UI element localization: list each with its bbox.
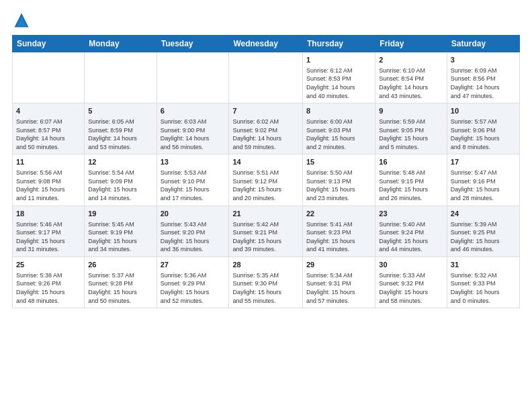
calendar-cell: 9Sunrise: 5:59 AM Sunset: 9:05 PM Daylig… [375, 103, 447, 154]
calendar-cell [85, 52, 157, 103]
day-number: 26 [88, 260, 152, 270]
day-number: 31 [451, 260, 516, 270]
calendar-cell: 21Sunrise: 5:42 AM Sunset: 9:21 PM Dayli… [229, 205, 303, 257]
day-number: 16 [379, 157, 443, 167]
day-info: Sunrise: 5:32 AM Sunset: 9:33 PM Dayligh… [451, 271, 516, 305]
calendar-cell: 6Sunrise: 6:03 AM Sunset: 9:00 PM Daylig… [157, 103, 229, 154]
calendar-week-4: 18Sunrise: 5:46 AM Sunset: 9:17 PM Dayli… [13, 205, 520, 257]
calendar-cell: 22Sunrise: 5:41 AM Sunset: 9:23 PM Dayli… [303, 205, 375, 257]
day-info: Sunrise: 5:59 AM Sunset: 9:05 PM Dayligh… [379, 118, 443, 151]
calendar-cell: 11Sunrise: 5:56 AM Sunset: 9:08 PM Dayli… [13, 154, 85, 205]
day-number: 8 [306, 106, 371, 116]
calendar-cell: 15Sunrise: 5:50 AM Sunset: 9:13 PM Dayli… [303, 154, 375, 205]
calendar-cell: 13Sunrise: 5:53 AM Sunset: 9:10 PM Dayli… [157, 154, 229, 205]
day-info: Sunrise: 5:38 AM Sunset: 9:26 PM Dayligh… [16, 271, 81, 305]
day-number: 11 [16, 157, 81, 167]
calendar-cell: 17Sunrise: 5:47 AM Sunset: 9:16 PM Dayli… [447, 154, 519, 205]
day-number: 9 [379, 106, 443, 116]
day-number: 1 [306, 55, 371, 65]
day-number: 4 [16, 106, 81, 116]
day-info: Sunrise: 5:46 AM Sunset: 9:17 PM Dayligh… [16, 220, 81, 254]
day-info: Sunrise: 6:09 AM Sunset: 8:56 PM Dayligh… [451, 66, 516, 100]
day-number: 23 [379, 209, 443, 219]
weekday-header-thursday: Thursday [303, 36, 375, 52]
day-info: Sunrise: 5:57 AM Sunset: 9:06 PM Dayligh… [451, 118, 516, 151]
day-number: 24 [451, 209, 516, 219]
weekday-header-tuesday: Tuesday [157, 36, 229, 52]
day-info: Sunrise: 5:53 AM Sunset: 9:10 PM Dayligh… [161, 169, 226, 202]
calendar-cell [229, 52, 303, 103]
day-number: 27 [161, 260, 226, 270]
day-number: 12 [88, 157, 152, 167]
calendar-cell: 25Sunrise: 5:38 AM Sunset: 9:26 PM Dayli… [13, 257, 85, 308]
calendar-cell: 5Sunrise: 6:05 AM Sunset: 8:59 PM Daylig… [85, 103, 157, 154]
day-info: Sunrise: 6:12 AM Sunset: 8:53 PM Dayligh… [306, 66, 371, 100]
day-info: Sunrise: 5:35 AM Sunset: 9:30 PM Dayligh… [232, 271, 299, 305]
day-number: 19 [88, 209, 152, 219]
day-number: 29 [306, 260, 371, 270]
calendar-cell: 31Sunrise: 5:32 AM Sunset: 9:33 PM Dayli… [447, 257, 519, 308]
weekday-header-row: SundayMondayTuesdayWednesdayThursdayFrid… [13, 36, 520, 52]
day-info: Sunrise: 5:40 AM Sunset: 9:24 PM Dayligh… [379, 220, 443, 254]
day-number: 2 [379, 55, 443, 65]
calendar-cell: 27Sunrise: 5:36 AM Sunset: 9:29 PM Dayli… [157, 257, 229, 308]
day-info: Sunrise: 5:54 AM Sunset: 9:09 PM Dayligh… [88, 169, 152, 202]
calendar-cell [157, 52, 229, 103]
day-number: 22 [306, 209, 371, 219]
header [12, 11, 520, 30]
day-info: Sunrise: 6:00 AM Sunset: 9:03 PM Dayligh… [306, 118, 371, 151]
calendar-cell: 2Sunrise: 6:10 AM Sunset: 8:54 PM Daylig… [375, 52, 447, 103]
calendar-cell: 20Sunrise: 5:43 AM Sunset: 9:20 PM Dayli… [157, 205, 229, 257]
calendar-cell: 30Sunrise: 5:33 AM Sunset: 9:32 PM Dayli… [375, 257, 447, 308]
day-number: 17 [451, 157, 516, 167]
day-number: 7 [232, 106, 299, 116]
calendar-cell: 19Sunrise: 5:45 AM Sunset: 9:19 PM Dayli… [85, 205, 157, 257]
day-info: Sunrise: 5:37 AM Sunset: 9:28 PM Dayligh… [88, 271, 152, 305]
day-info: Sunrise: 5:41 AM Sunset: 9:23 PM Dayligh… [306, 220, 371, 254]
weekday-header-monday: Monday [85, 36, 157, 52]
weekday-header-friday: Friday [375, 36, 447, 52]
logo [12, 11, 34, 30]
calendar-week-5: 25Sunrise: 5:38 AM Sunset: 9:26 PM Dayli… [13, 257, 520, 308]
day-info: Sunrise: 5:50 AM Sunset: 9:13 PM Dayligh… [306, 169, 371, 202]
day-number: 15 [306, 157, 371, 167]
day-number: 20 [161, 209, 226, 219]
day-info: Sunrise: 6:10 AM Sunset: 8:54 PM Dayligh… [379, 66, 443, 100]
calendar-cell [13, 52, 85, 103]
calendar-cell: 10Sunrise: 5:57 AM Sunset: 9:06 PM Dayli… [447, 103, 519, 154]
day-info: Sunrise: 5:43 AM Sunset: 9:20 PM Dayligh… [161, 220, 226, 254]
day-number: 21 [232, 209, 299, 219]
day-info: Sunrise: 6:03 AM Sunset: 9:00 PM Dayligh… [161, 118, 226, 151]
day-number: 5 [88, 106, 152, 116]
calendar-cell: 8Sunrise: 6:00 AM Sunset: 9:03 PM Daylig… [303, 103, 375, 154]
day-info: Sunrise: 6:02 AM Sunset: 9:02 PM Dayligh… [232, 118, 299, 151]
day-info: Sunrise: 6:07 AM Sunset: 8:57 PM Dayligh… [16, 118, 81, 151]
weekday-header-wednesday: Wednesday [229, 36, 303, 52]
day-number: 30 [379, 260, 443, 270]
day-info: Sunrise: 5:39 AM Sunset: 9:25 PM Dayligh… [451, 220, 516, 254]
calendar-cell: 12Sunrise: 5:54 AM Sunset: 9:09 PM Dayli… [85, 154, 157, 205]
day-info: Sunrise: 5:34 AM Sunset: 9:31 PM Dayligh… [306, 271, 371, 305]
calendar-cell: 24Sunrise: 5:39 AM Sunset: 9:25 PM Dayli… [447, 205, 519, 257]
day-number: 14 [232, 157, 299, 167]
day-number: 6 [161, 106, 226, 116]
calendar-cell: 29Sunrise: 5:34 AM Sunset: 9:31 PM Dayli… [303, 257, 375, 308]
calendar-cell: 14Sunrise: 5:51 AM Sunset: 9:12 PM Dayli… [229, 154, 303, 205]
day-info: Sunrise: 5:56 AM Sunset: 9:08 PM Dayligh… [16, 169, 81, 202]
day-info: Sunrise: 5:36 AM Sunset: 9:29 PM Dayligh… [161, 271, 226, 305]
day-info: Sunrise: 5:47 AM Sunset: 9:16 PM Dayligh… [451, 169, 516, 202]
calendar-cell: 3Sunrise: 6:09 AM Sunset: 8:56 PM Daylig… [447, 52, 519, 103]
weekday-header-saturday: Saturday [447, 36, 519, 52]
day-number: 25 [16, 260, 81, 270]
day-number: 28 [232, 260, 299, 270]
calendar-cell: 16Sunrise: 5:48 AM Sunset: 9:15 PM Dayli… [375, 154, 447, 205]
calendar-cell: 7Sunrise: 6:02 AM Sunset: 9:02 PM Daylig… [229, 103, 303, 154]
calendar-week-2: 4Sunrise: 6:07 AM Sunset: 8:57 PM Daylig… [13, 103, 520, 154]
day-number: 18 [16, 209, 81, 219]
day-info: Sunrise: 5:48 AM Sunset: 9:15 PM Dayligh… [379, 169, 443, 202]
calendar-week-3: 11Sunrise: 5:56 AM Sunset: 9:08 PM Dayli… [13, 154, 520, 205]
calendar: SundayMondayTuesdayWednesdayThursdayFrid… [12, 35, 520, 308]
calendar-cell: 28Sunrise: 5:35 AM Sunset: 9:30 PM Dayli… [229, 257, 303, 308]
calendar-cell: 1Sunrise: 6:12 AM Sunset: 8:53 PM Daylig… [303, 52, 375, 103]
calendar-week-1: 1Sunrise: 6:12 AM Sunset: 8:53 PM Daylig… [13, 52, 520, 103]
